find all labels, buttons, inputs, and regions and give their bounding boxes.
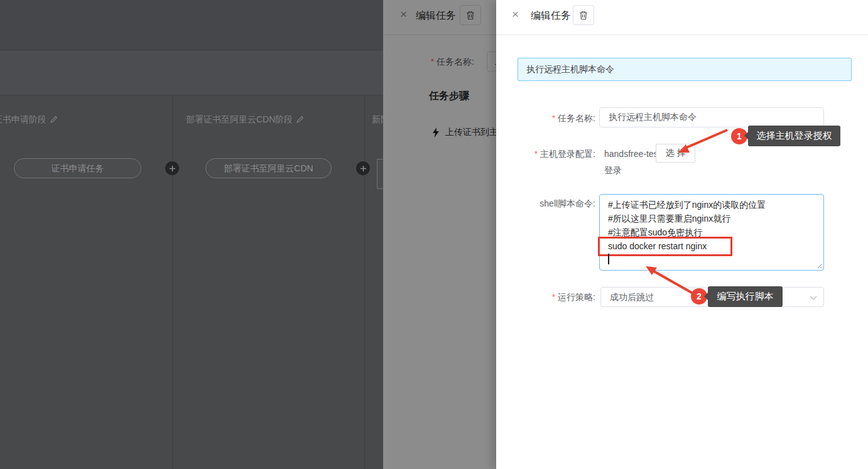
close-icon[interactable]: ×	[512, 8, 519, 20]
add-stage-button[interactable]	[356, 161, 370, 175]
task-name-label: *任务名称:	[496, 113, 595, 123]
shell-line: #所以这里只需要重启nginx就行	[608, 212, 815, 225]
plus-icon	[169, 165, 176, 172]
shell-line: #上传证书已经放到了nginx的读取的位置	[608, 198, 815, 212]
task-type-alert: 执行远程主机脚本命令	[518, 58, 852, 81]
run-strategy-value: 成功后跳过	[610, 292, 654, 302]
task-pill-cert-apply[interactable]: 证书申请任务	[14, 158, 141, 178]
stage-divider	[364, 96, 365, 469]
shell-command-textarea[interactable]: #上传证书已经放到了nginx的读取的位置 #所以这里只需要重启nginx就行 …	[599, 194, 824, 271]
trash-icon	[579, 11, 588, 20]
stage-title-deploy-cdn: 部署证书至阿里云CDN阶段	[186, 114, 304, 126]
shell-command-label: shell脚本命令:	[496, 198, 595, 208]
run-strategy-label: *运行策略:	[496, 292, 595, 302]
edit-stage-icon[interactable]	[296, 116, 304, 123]
host-config-select-button[interactable]: 选 择	[656, 144, 695, 163]
text-cursor	[608, 254, 609, 264]
chevron-down-icon	[810, 296, 817, 300]
edit-task-drawer: × 编辑任务 执行远程主机脚本命令 *任务名称: *主机登录配置: handsf…	[496, 0, 868, 469]
annotation-tooltip-2: 编写执行脚本	[708, 286, 783, 307]
resize-handle[interactable]	[816, 262, 822, 269]
stage-divider	[172, 96, 173, 469]
stage-title-cert-apply: 证书申请阶段	[0, 114, 58, 126]
task-name-input[interactable]	[599, 107, 824, 127]
host-config-label: *主机登录配置:	[496, 149, 595, 159]
host-config-value: handsfree-test	[604, 149, 661, 159]
annotation-tooltip-1: 选择主机登录授权	[748, 126, 840, 146]
drawer-header: × 编辑任务	[496, 0, 868, 35]
plus-icon	[360, 165, 367, 172]
drawer-title: 编辑任务	[531, 9, 571, 23]
delete-task-button[interactable]	[573, 5, 594, 25]
add-stage-button[interactable]	[165, 161, 179, 175]
command-highlight-box	[598, 237, 732, 256]
host-config-value-wrap: 登录	[604, 165, 622, 176]
edit-stage-icon[interactable]	[50, 116, 58, 123]
task-pill-deploy-cdn[interactable]: 部署证书至阿里云CDN	[205, 158, 332, 178]
